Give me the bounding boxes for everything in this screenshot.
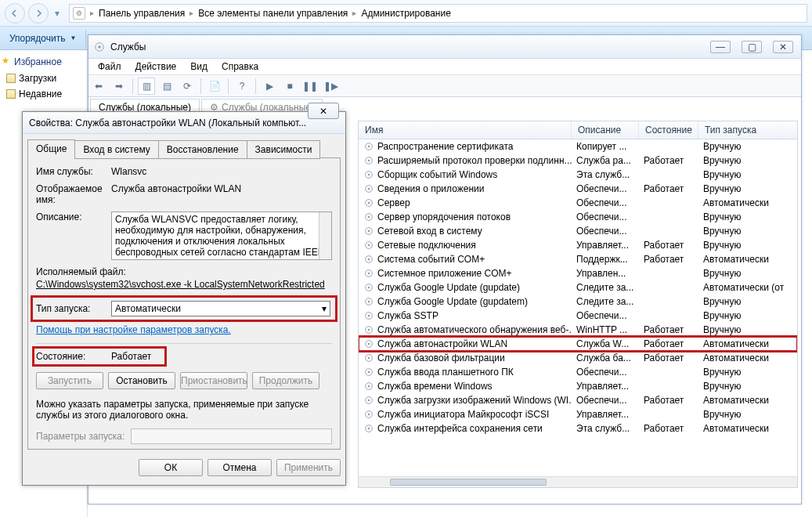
service-startup: Вручную	[698, 155, 797, 166]
dialog-close-button[interactable]: ✕	[308, 103, 339, 119]
pause-button[interactable]: Приостановить	[180, 372, 247, 389]
organize-label: Упорядочить	[9, 33, 65, 44]
back-icon[interactable]: ⬅	[90, 78, 107, 95]
gear-icon	[363, 268, 374, 279]
svg-point-19	[368, 258, 370, 261]
service-row[interactable]: Сетевые подключенияУправляет...РаботаетВ…	[359, 238, 797, 252]
services-menubar: Файл Действие Вид Справка	[88, 59, 801, 75]
service-desc: WinHTTP ...	[572, 324, 639, 335]
apply-button[interactable]: Применить	[276, 459, 341, 476]
service-desc: Обеспечи...	[572, 395, 639, 406]
service-startup: Вручную	[698, 141, 797, 152]
services-titlebar[interactable]: Службы — ▢ ✕	[88, 35, 801, 59]
breadcrumb-seg[interactable]: Все элементы панели управления	[195, 8, 351, 19]
cancel-button[interactable]: Отмена	[208, 459, 272, 476]
tab-recovery[interactable]: Восстановление	[158, 140, 247, 159]
dialog-titlebar[interactable]: Свойства: Служба автонастройки WLAN (Лок…	[23, 112, 345, 134]
resume-button[interactable]: Продолжить	[252, 372, 319, 389]
col-desc[interactable]: Описание	[572, 121, 639, 139]
services-toolbar: ⬅ ➡ ▥ ▤ ⟳ 📄 ? ▶ ■ ❚❚ ❚▶	[88, 75, 801, 97]
service-name: Служба ввода планшетного ПК	[377, 367, 514, 378]
general-panel: Имя службы: Wlansvc Отображаемое имя: Сл…	[27, 157, 341, 450]
startup-help-link[interactable]: Помощь при настройке параметров запуска.	[36, 324, 332, 335]
description-box[interactable]: Служба WLANSVC предоставляет логику, нео…	[111, 212, 332, 260]
ok-button[interactable]: ОК	[139, 459, 203, 476]
show-hide-tree-icon[interactable]: ▥	[138, 78, 155, 95]
menu-view[interactable]: Вид	[184, 60, 214, 74]
export-icon[interactable]: 📄	[206, 78, 223, 95]
col-startup[interactable]: Тип запуска	[698, 121, 798, 139]
refresh-icon[interactable]: ⟳	[179, 78, 196, 95]
sidebar-item-downloads[interactable]: Загрузки	[0, 70, 87, 86]
breadcrumb-seg[interactable]: Администрирование	[358, 8, 453, 19]
sidebar-item-recent[interactable]: Недавние	[0, 86, 87, 102]
nav-back-button[interactable]	[5, 3, 25, 24]
service-row[interactable]: СерверОбеспечи...Автоматически	[359, 196, 797, 210]
menu-help[interactable]: Справка	[215, 60, 265, 74]
help-icon[interactable]: ?	[233, 78, 251, 95]
service-row[interactable]: Сборщик событий WindowsЭта служб...Вручн…	[359, 168, 797, 182]
params-input[interactable]	[131, 428, 332, 444]
service-startup: Вручную	[698, 409, 797, 420]
play-icon[interactable]: ▶	[261, 78, 278, 95]
service-row[interactable]: Сервер упорядочения потоковОбеспечи...Вр…	[359, 210, 797, 224]
service-row[interactable]: Служба времени WindowsУправляет...Вручну…	[359, 379, 797, 393]
service-row[interactable]: Служба Google Update (gupdate)Следите за…	[359, 280, 797, 295]
service-desc: Копирует ...	[572, 141, 639, 152]
properties-icon[interactable]: ▤	[158, 78, 175, 95]
service-row[interactable]: Система событий COM+Поддержк...РаботаетА…	[359, 252, 797, 266]
tab-dependencies[interactable]: Зависимости	[247, 140, 321, 159]
service-row[interactable]: Служба ввода планшетного ПКОбеспечи...Вр…	[359, 365, 797, 379]
service-row[interactable]: Служба Google Update (gupdatem)Следите з…	[359, 295, 797, 309]
service-row[interactable]: Сетевой вход в системуОбеспечи...Вручную	[359, 224, 797, 238]
service-name: Служба автонастройки WLAN	[377, 338, 507, 349]
close-button[interactable]: ✕	[773, 41, 793, 53]
service-row[interactable]: Служба автоматического обнаружения веб-.…	[359, 323, 797, 337]
service-row[interactable]: Служба SSTPОбеспечи...Вручную	[359, 309, 797, 323]
nav-history-button[interactable]: ▾	[52, 5, 63, 21]
pause-icon[interactable]: ❚❚	[301, 78, 319, 95]
service-row[interactable]: Служба автонастройки WLANСлужба W...Рабо…	[359, 337, 797, 351]
menu-action[interactable]: Действие	[129, 60, 183, 74]
gear-icon	[363, 240, 374, 251]
organize-button[interactable]: Упорядочить ▼	[0, 30, 86, 47]
description-text: Служба WLANSVC предоставляет логику, нео…	[115, 214, 324, 258]
maximize-button[interactable]: ▢	[742, 41, 762, 53]
stop-button[interactable]: Остановить	[108, 372, 175, 389]
service-row[interactable]: Служба инициатора Майкрософт iSCSIУправл…	[359, 407, 797, 421]
service-row[interactable]: Сведения о приложенииОбеспечи...Работает…	[359, 182, 797, 196]
tab-logon[interactable]: Вход в систему	[74, 140, 158, 159]
gear-icon	[363, 423, 374, 434]
forward-icon[interactable]: ➡	[110, 78, 128, 95]
vertical-scrollbar[interactable]	[319, 212, 331, 259]
gear-icon	[363, 310, 374, 321]
service-startup: Вручную	[698, 296, 797, 307]
service-startup: Вручную	[698, 169, 797, 180]
col-name[interactable]: Имя	[359, 121, 572, 139]
minimize-button[interactable]: —	[710, 41, 731, 53]
service-row[interactable]: Расширяемый протокол проверки подлинн...…	[359, 154, 797, 168]
service-row[interactable]: Служба базовой фильтрацииСлужба ба...Раб…	[359, 351, 797, 365]
col-state[interactable]: Состояние	[639, 121, 698, 139]
start-button[interactable]: Запустить	[36, 372, 103, 389]
nav-forward-button[interactable]	[28, 3, 49, 24]
service-row[interactable]: Служба загрузки изображений Windows (WI.…	[359, 393, 797, 407]
restart-icon[interactable]: ❚▶	[322, 78, 339, 95]
breadcrumb-seg[interactable]: Панель управления	[96, 8, 188, 19]
service-row[interactable]: Системное приложение COM+Управлен...Вруч…	[359, 266, 797, 280]
service-name: Служба загрузки изображений Windows (WI.…	[377, 395, 572, 406]
service-startup: Вручную	[698, 324, 797, 335]
startup-type-select[interactable]: Автоматически ▾	[111, 301, 330, 316]
address-box[interactable]: ⚙ ▸ Панель управления ▸ Все элементы пан…	[69, 4, 807, 23]
svg-point-41	[368, 414, 370, 416]
tab-general[interactable]: Общие	[27, 139, 75, 158]
service-startup: Вручную	[698, 183, 797, 194]
favorites-heading[interactable]: Избранное	[0, 53, 87, 70]
service-row[interactable]: Распространение сертификатаКопирует ...В…	[359, 139, 797, 154]
service-row[interactable]: Служба интерфейса сохранения сетиЭта слу…	[359, 421, 797, 436]
horizontal-scrollbar[interactable]	[359, 476, 797, 487]
service-state: Работает	[639, 240, 698, 251]
stop-icon[interactable]: ■	[281, 78, 298, 95]
service-startup: Автоматически	[698, 197, 797, 208]
menu-file[interactable]: Файл	[92, 60, 128, 74]
